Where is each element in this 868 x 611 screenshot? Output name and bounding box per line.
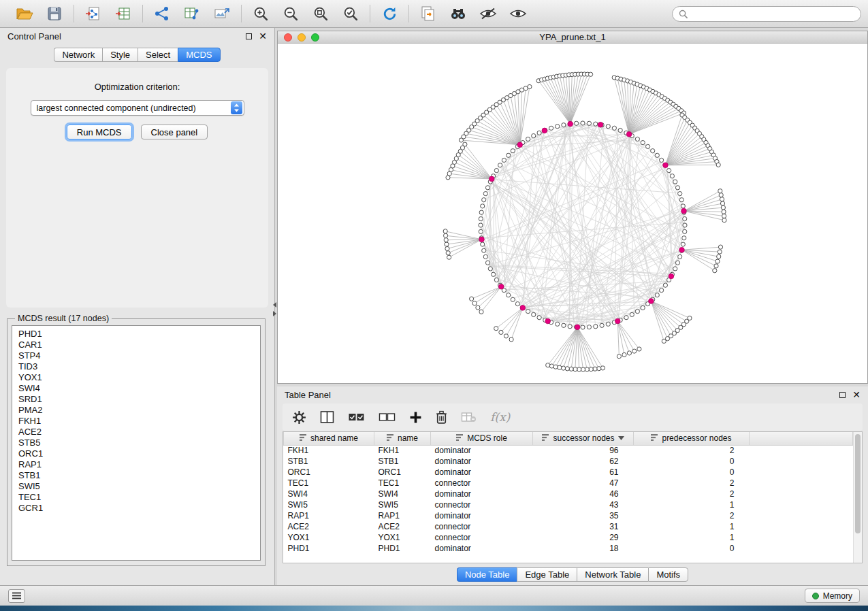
columns-icon <box>320 411 334 423</box>
table-row[interactable]: TEC1TEC1connector472 <box>284 478 853 489</box>
open-session-button[interactable] <box>14 3 35 24</box>
tab-network[interactable]: Network <box>54 48 102 62</box>
expand-right-icon[interactable] <box>273 311 276 316</box>
memory-button[interactable]: Memory <box>805 589 860 603</box>
status-menu-button[interactable] <box>8 589 25 603</box>
table-row[interactable]: PHD1PHD1dominator180 <box>284 543 853 554</box>
export-image-button[interactable] <box>211 3 233 24</box>
eye-icon <box>509 7 527 20</box>
tab-select[interactable]: Select <box>138 48 178 62</box>
mcds-result-node[interactable]: RAP1 <box>18 459 254 470</box>
tab-network-table[interactable]: Network Table <box>577 567 648 582</box>
select-all-columns-button[interactable] <box>348 412 365 422</box>
mcds-result-node[interactable]: PMA2 <box>18 405 254 416</box>
column-sort-icon <box>456 433 464 443</box>
search-box[interactable] <box>672 6 861 22</box>
mcds-result-node[interactable]: PHD1 <box>18 329 254 340</box>
mcds-result-node[interactable]: YOX1 <box>18 372 254 383</box>
collapse-left-icon[interactable] <box>273 302 276 308</box>
cell-successor_nodes: 61 <box>533 467 634 478</box>
tab-node-table[interactable]: Node Table <box>457 567 517 582</box>
mcds-result-node[interactable]: STB5 <box>18 437 254 448</box>
window-maximize-button[interactable] <box>311 33 319 42</box>
mcds-result-node[interactable]: TEC1 <box>18 492 254 503</box>
column-header-predecessor-nodes[interactable]: predecessor nodes <box>634 432 750 445</box>
column-header-successor-nodes[interactable]: successor nodes <box>533 432 634 445</box>
export-table-button[interactable] <box>181 3 203 24</box>
search-network-button[interactable] <box>447 3 469 24</box>
import-network-button[interactable] <box>82 3 104 24</box>
run-mcds-button[interactable]: Run MCDS <box>67 125 132 139</box>
column-header-name[interactable]: name <box>374 432 431 445</box>
unselect-all-columns-button[interactable] <box>379 412 396 422</box>
table-scrollbar[interactable] <box>853 432 862 563</box>
close-panel-icon[interactable]: ✕ <box>259 31 267 41</box>
cell-shared_name: ORC1 <box>284 467 374 478</box>
import-table-button[interactable] <box>112 3 134 24</box>
hide-graphics-details-button[interactable] <box>477 3 499 24</box>
show-graphics-details-button[interactable] <box>507 3 529 24</box>
import-table-icon <box>115 5 131 22</box>
table-row[interactable]: SWI5SWI5connector431 <box>284 499 853 510</box>
search-input[interactable] <box>691 9 854 18</box>
table-row[interactable]: RAP1RAP1dominator352 <box>284 510 853 521</box>
float-panel-icon[interactable] <box>246 33 252 39</box>
table-tabs: Node TableEdge TableNetwork TableMotifs <box>277 567 868 582</box>
window-close-button[interactable] <box>284 33 292 42</box>
zoom-fit-button[interactable] <box>310 3 332 24</box>
mcds-result-node[interactable]: STP4 <box>18 350 254 361</box>
zoom-selected-button[interactable] <box>340 3 361 24</box>
column-header-shared-name[interactable]: shared name <box>284 432 374 445</box>
mcds-result-node[interactable]: GCR1 <box>18 503 254 514</box>
mcds-result-node[interactable]: SRD1 <box>18 394 254 405</box>
show-columns-button[interactable] <box>320 411 334 423</box>
cell-shared_name: STB1 <box>284 456 374 467</box>
panel-splitter[interactable] <box>272 302 277 320</box>
refresh-view-button[interactable] <box>379 3 400 24</box>
network-window-titlebar[interactable]: YPA_prune.txt_1 <box>278 31 867 44</box>
mcds-result-node[interactable]: STB1 <box>18 470 254 481</box>
float-table-panel-icon[interactable] <box>839 392 846 398</box>
cell-mcds_role: connector <box>431 532 533 543</box>
mcds-result-list[interactable]: PHD1CAR1STP4TID3YOX1SWI4SRD1PMA2FKH1ACE2… <box>12 325 261 561</box>
mcds-result-node[interactable]: FKH1 <box>18 416 254 427</box>
cell-predecessor_nodes: 2 <box>634 510 750 521</box>
table-row[interactable]: YOX1YOX1connector291 <box>284 532 853 543</box>
mcds-result-node[interactable]: SWI5 <box>18 481 254 492</box>
scrollbar-thumb[interactable] <box>855 434 861 533</box>
table-row[interactable]: ACE2ACE2connector311 <box>284 521 853 532</box>
table-row[interactable]: STB1STB1dominator620 <box>284 456 853 467</box>
delete-entries-button[interactable] <box>436 410 447 425</box>
create-column-button[interactable] <box>409 411 422 424</box>
close-table-panel-icon[interactable]: ✕ <box>852 390 861 399</box>
network-canvas[interactable] <box>278 44 867 383</box>
menu-icon <box>12 592 21 599</box>
tab-motifs[interactable]: Motifs <box>648 567 688 582</box>
tab-mcds[interactable]: MCDS <box>178 48 220 62</box>
cell-successor_nodes: 29 <box>533 532 634 543</box>
clone-network-button[interactable] <box>417 3 439 24</box>
window-minimize-button[interactable] <box>298 33 306 42</box>
zoom-in-button[interactable] <box>250 3 272 24</box>
mcds-result-node[interactable]: SWI4 <box>18 383 254 394</box>
function-builder-button[interactable]: f(x) <box>490 410 510 424</box>
tab-edge-table[interactable]: Edge Table <box>517 567 577 582</box>
table-row[interactable]: FKH1FKH1dominator962 <box>284 445 853 456</box>
zoom-out-button[interactable] <box>280 3 302 24</box>
mcds-result-node[interactable]: ACE2 <box>18 427 254 437</box>
mcds-result-node[interactable]: CAR1 <box>18 340 254 350</box>
criterion-dropdown[interactable]: largest connected component (undirected) <box>31 100 244 116</box>
delete-table-button[interactable] <box>461 412 477 423</box>
table-mode-button[interactable] <box>292 410 306 425</box>
table-row[interactable]: ORC1ORC1dominator610 <box>284 467 853 478</box>
cell-shared_name: SWI5 <box>284 499 374 510</box>
column-header-MCDS-role[interactable]: MCDS role <box>431 432 533 445</box>
tab-style[interactable]: Style <box>102 48 138 62</box>
clone-network-icon <box>420 5 436 22</box>
mcds-result-node[interactable]: TID3 <box>18 361 254 372</box>
save-session-button[interactable] <box>44 3 65 24</box>
close-panel-button[interactable]: Close panel <box>141 125 208 139</box>
new-network-button[interactable] <box>151 3 173 24</box>
mcds-result-node[interactable]: ORC1 <box>18 448 254 459</box>
table-row[interactable]: SWI4SWI4dominator462 <box>284 489 853 499</box>
